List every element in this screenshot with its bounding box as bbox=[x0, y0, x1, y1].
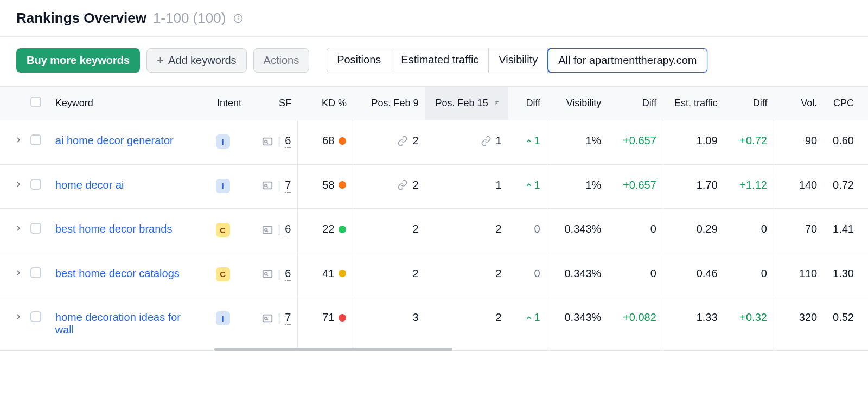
page-title: Rankings Overview bbox=[16, 10, 146, 27]
col-intent[interactable]: Intent bbox=[209, 87, 248, 120]
select-all-checkbox[interactable] bbox=[30, 97, 41, 107]
col-visibility[interactable]: Visibility bbox=[547, 87, 608, 120]
col-sf[interactable]: SF bbox=[248, 87, 298, 120]
intent-badge: I bbox=[216, 134, 230, 149]
kd-value: 68 bbox=[322, 134, 346, 147]
keyword-link[interactable]: best home decor brands bbox=[55, 223, 173, 235]
col-kd[interactable]: KD % bbox=[298, 87, 353, 120]
actions-button[interactable]: Actions bbox=[253, 48, 310, 73]
serp-features[interactable]: |7 bbox=[261, 179, 291, 193]
volume-value: 70 bbox=[774, 209, 824, 253]
expand-row-icon[interactable] bbox=[14, 268, 23, 277]
kd-dot-icon bbox=[339, 137, 346, 145]
serp-features[interactable]: |6 bbox=[261, 134, 291, 148]
serp-preview-icon bbox=[261, 179, 273, 191]
pos-feb-9-value: 2 bbox=[412, 223, 418, 235]
svg-point-16 bbox=[265, 273, 267, 275]
svg-point-10 bbox=[265, 184, 267, 187]
kd-dot-icon bbox=[339, 314, 346, 322]
cpc-value: 0.52 bbox=[824, 297, 868, 351]
kd-value: 41 bbox=[322, 267, 346, 280]
svg-line-20 bbox=[267, 319, 268, 320]
svg-line-11 bbox=[267, 187, 268, 188]
link-icon bbox=[397, 136, 408, 146]
traffic-value: 1.33 bbox=[663, 297, 724, 351]
view-segmented-control: Positions Estimated traffic Visibility A… bbox=[327, 48, 707, 73]
serp-features[interactable]: |6 bbox=[261, 267, 291, 281]
diff-up-icon: 1 bbox=[525, 134, 540, 147]
col-select-all bbox=[23, 87, 49, 120]
expand-row-icon[interactable] bbox=[14, 224, 23, 233]
pos-feb-15-value: 1 bbox=[481, 134, 502, 147]
col-pos-feb-15[interactable]: Pos. Feb 15 bbox=[425, 87, 508, 120]
serp-features[interactable]: |6 bbox=[261, 223, 291, 236]
pos-feb-15-value: 2 bbox=[496, 311, 502, 324]
intent-badge: C bbox=[216, 267, 230, 281]
visibility-diff: 0 bbox=[608, 253, 663, 297]
visibility-value: 1% bbox=[547, 120, 608, 165]
intent-badge: C bbox=[216, 223, 230, 237]
tab-all-for-domain[interactable]: All for apartmenttherapy.com bbox=[547, 48, 707, 73]
col-pos-feb-9[interactable]: Pos. Feb 9 bbox=[353, 87, 425, 120]
visibility-value: 0.343% bbox=[547, 297, 608, 351]
row-checkbox[interactable] bbox=[30, 311, 41, 322]
traffic-value: 1.70 bbox=[663, 164, 724, 209]
pos-feb-15-value: 2 bbox=[496, 267, 502, 280]
col-diff-pos[interactable]: Diff bbox=[508, 87, 547, 120]
serp-features[interactable]: |7 bbox=[261, 311, 291, 325]
row-checkbox[interactable] bbox=[30, 134, 41, 145]
col-diff-vis[interactable]: Diff bbox=[608, 87, 663, 120]
plus-icon: + bbox=[157, 55, 164, 67]
expand-row-icon[interactable] bbox=[14, 136, 23, 144]
page-range: 1-100 (100) bbox=[153, 10, 226, 27]
row-checkbox[interactable] bbox=[30, 179, 41, 190]
toolbar: Buy more keywords + Add keywords Actions… bbox=[0, 37, 868, 86]
col-volume[interactable]: Vol. bbox=[774, 87, 824, 120]
col-diff-traffic[interactable]: Diff bbox=[724, 87, 774, 120]
table-row: home decoration ideas for wallI|771 3 21… bbox=[0, 297, 868, 351]
diff-up-icon: 1 bbox=[525, 179, 540, 191]
table-row: ai home decor generatorI|668 2 111%+0.65… bbox=[0, 120, 868, 165]
link-icon bbox=[397, 179, 408, 190]
expand-row-icon[interactable] bbox=[14, 312, 23, 321]
keyword-link[interactable]: best home decor catalogs bbox=[55, 267, 180, 280]
visibility-diff: 0 bbox=[608, 209, 663, 253]
sf-count: 7 bbox=[285, 311, 291, 325]
add-keywords-button[interactable]: + Add keywords bbox=[146, 48, 246, 73]
buy-more-keywords-button[interactable]: Buy more keywords bbox=[16, 48, 140, 73]
pos-feb-15-value: 2 bbox=[496, 223, 502, 235]
table-row: best home decor catalogsC|641 2 200.343%… bbox=[0, 253, 868, 297]
col-cpc[interactable]: CPC bbox=[824, 87, 868, 120]
keyword-link[interactable]: ai home decor generator bbox=[55, 134, 174, 147]
expand-row-icon[interactable] bbox=[14, 180, 23, 189]
pos-feb-9-value: 2 bbox=[412, 267, 418, 280]
visibility-diff: +0.082 bbox=[608, 297, 663, 351]
col-keyword[interactable]: Keyword bbox=[49, 87, 209, 120]
traffic-value: 1.09 bbox=[663, 120, 724, 165]
pos-feb-9-value: 2 bbox=[397, 134, 418, 147]
visibility-value: 1% bbox=[547, 164, 608, 209]
serp-preview-icon bbox=[261, 224, 273, 236]
keyword-link[interactable]: home decor ai bbox=[55, 179, 124, 191]
sort-icon bbox=[494, 98, 502, 109]
pos-feb-9-value: 2 bbox=[397, 179, 418, 191]
kd-value: 22 bbox=[322, 223, 346, 235]
svg-point-13 bbox=[265, 228, 267, 231]
cpc-value: 1.41 bbox=[824, 209, 868, 253]
header-bar: Rankings Overview 1-100 (100) bbox=[0, 0, 868, 37]
tab-visibility[interactable]: Visibility bbox=[489, 48, 548, 73]
table-row: home decor aiI|758 2 111%+0.6571.70+1.12… bbox=[0, 164, 868, 209]
keyword-link[interactable]: home decoration ideas for wall bbox=[55, 311, 196, 336]
horizontal-scroll-indicator[interactable] bbox=[214, 348, 575, 351]
row-checkbox[interactable] bbox=[30, 223, 41, 234]
svg-line-8 bbox=[267, 142, 268, 143]
cpc-value: 0.60 bbox=[824, 120, 868, 165]
tab-estimated-traffic[interactable]: Estimated traffic bbox=[391, 48, 489, 73]
serp-preview-icon bbox=[261, 312, 273, 324]
col-est-traffic[interactable]: Est. traffic bbox=[663, 87, 724, 120]
info-icon[interactable] bbox=[233, 14, 243, 23]
svg-line-17 bbox=[267, 275, 268, 276]
tab-positions[interactable]: Positions bbox=[327, 48, 391, 73]
row-checkbox[interactable] bbox=[30, 267, 41, 278]
intent-badge: I bbox=[216, 311, 230, 325]
